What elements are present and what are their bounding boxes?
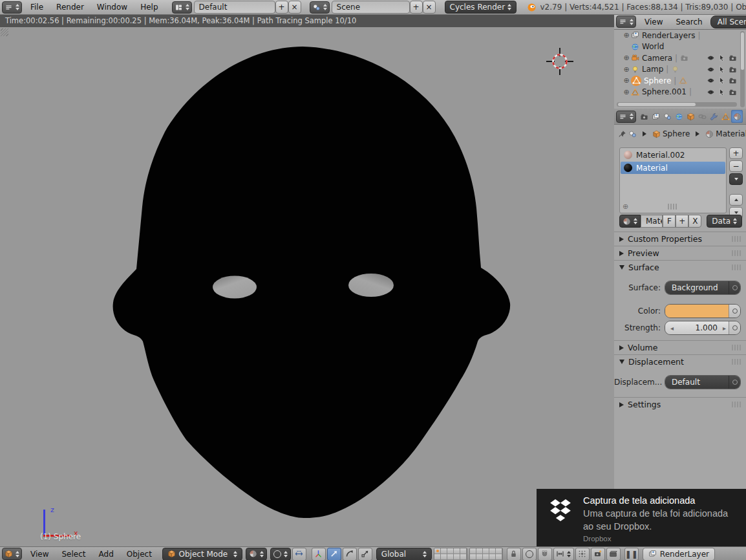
pin-icon[interactable] (618, 130, 626, 138)
visibility-eye-icon[interactable] (707, 76, 715, 85)
outliner-row-lamp[interactable]: ⊕ Lamp| (614, 64, 740, 76)
node-socket-icon[interactable] (729, 305, 740, 318)
panel-grip-icon[interactable] (732, 236, 742, 242)
outliner-row-world[interactable]: World (614, 41, 740, 53)
node-socket-icon[interactable] (729, 376, 740, 389)
transform-orientation-dropdown[interactable]: Global (376, 548, 432, 560)
list-filter-icon[interactable]: ⊕ (623, 202, 628, 211)
expand-icon[interactable]: ⊕ (622, 88, 631, 96)
pivot-point-dropdown[interactable] (270, 548, 291, 560)
visibility-eye-icon[interactable] (707, 88, 715, 96)
tab-object[interactable] (685, 110, 696, 123)
tab-material[interactable] (731, 110, 743, 123)
render-engine-dropdown[interactable]: Cycles Render (445, 1, 517, 14)
expand-icon[interactable]: ⊕ (622, 76, 631, 85)
selectability-cursor-icon[interactable] (718, 88, 726, 96)
expand-icon[interactable]: ⊕ (622, 54, 631, 62)
surface-shader-dropdown[interactable]: Background (665, 281, 741, 295)
outliner-horizontal-scrollbar[interactable] (617, 102, 737, 107)
add-layout-button[interactable]: + (275, 1, 288, 14)
editor-type-button-outliner[interactable] (616, 16, 636, 28)
manipulator-scale-button[interactable] (358, 548, 372, 560)
editor-type-button-info[interactable] (2, 1, 22, 14)
menu-help[interactable]: Help (134, 3, 164, 12)
move-slot-up-button[interactable] (729, 194, 743, 206)
panel-grip-icon[interactable] (732, 359, 742, 365)
node-socket-icon[interactable] (729, 281, 740, 294)
node-socket-icon[interactable] (729, 321, 740, 334)
panel-surface[interactable]: Surface (614, 260, 746, 274)
screen-layout-browse-button[interactable] (172, 1, 192, 14)
menu-view3d-view[interactable]: View (24, 550, 55, 559)
mode-dropdown[interactable]: Object Mode (162, 548, 242, 560)
new-material-button[interactable]: + (676, 215, 688, 228)
strength-slider[interactable]: ◂ 1.000 ▸ (665, 321, 741, 335)
panel-grip-icon[interactable] (732, 345, 742, 350)
snap-element-dropdown[interactable] (553, 548, 574, 560)
panel-volume[interactable]: Volume (614, 340, 746, 354)
panel-grip-icon[interactable] (732, 250, 742, 256)
slider-increase-icon[interactable]: ▸ (720, 325, 729, 332)
displacement-dropdown[interactable]: Default (665, 375, 741, 389)
outliner-vertical-scrollbar[interactable] (740, 31, 745, 107)
renderability-camera-icon[interactable] (729, 76, 737, 85)
menu-view3d-add[interactable]: Add (92, 550, 120, 559)
visibility-eye-icon[interactable] (707, 54, 715, 62)
opengl-render-anim-button[interactable] (606, 548, 621, 560)
opengl-render-button[interactable] (591, 548, 605, 560)
renderability-camera-icon[interactable] (729, 65, 737, 74)
menu-file[interactable]: File (24, 3, 50, 12)
outliner-row-sphere-001[interactable]: ⊕ Sphere.001| (614, 87, 740, 98)
layers-group-1[interactable] (434, 548, 467, 560)
material-slot-row[interactable]: Material.002 (621, 149, 725, 161)
fake-user-button[interactable]: F (663, 215, 676, 228)
viewport-shading-dropdown[interactable] (246, 548, 267, 560)
editor-type-button-view3d[interactable] (2, 548, 22, 560)
selectability-cursor-icon[interactable] (718, 54, 726, 62)
layer-cell-active[interactable] (434, 548, 441, 554)
menu-render[interactable]: Render (50, 3, 91, 12)
editor-type-button-properties[interactable] (616, 111, 636, 123)
outliner-row-camera[interactable]: ⊕ Camera| (614, 52, 740, 64)
slot-specials-dropdown[interactable] (729, 173, 743, 185)
render-layer-dropdown[interactable]: RenderLayer (643, 548, 715, 560)
panel-grip-icon[interactable] (732, 264, 742, 270)
material-link-dropdown[interactable]: Data (707, 215, 742, 228)
lock-to-scene-button[interactable] (507, 548, 521, 560)
browse-material-dropdown[interactable] (619, 215, 641, 228)
selectability-cursor-icon[interactable] (718, 65, 726, 74)
material-slot-row-selected[interactable]: Material (621, 162, 725, 174)
viewport-3d[interactable]: Time:00:02.56 | Remaining:00:00.25 | Mem… (0, 14, 615, 546)
add-scene-button[interactable]: + (410, 1, 423, 14)
panel-custom-properties[interactable]: Custom Properties (614, 232, 746, 246)
outliner-row-sphere[interactable]: ⊕ Sphere| (614, 75, 740, 87)
manipulator-toggle-button[interactable] (292, 548, 306, 560)
pause-render-button[interactable]: ❚❚ (624, 548, 639, 560)
menu-view3d-object[interactable]: Object (120, 550, 158, 559)
manipulator-axis-button[interactable] (312, 548, 326, 560)
scene-name-field[interactable]: Scene (332, 1, 410, 14)
menu-window[interactable]: Window (91, 3, 134, 12)
expand-icon[interactable]: ⊕ (622, 65, 631, 74)
screen-layout-name-field[interactable]: Default (194, 1, 275, 14)
manipulator-rotate-button[interactable] (343, 548, 357, 560)
material-name-field[interactable]: Materi (641, 215, 663, 228)
snap-target-button[interactable] (575, 548, 590, 560)
tab-world[interactable] (673, 110, 685, 123)
visibility-eye-icon[interactable] (707, 65, 715, 74)
delete-layout-button[interactable]: × (288, 1, 301, 14)
dropbox-notification[interactable]: Captura de tela adicionada Uma captura d… (537, 489, 746, 546)
delete-scene-button[interactable]: × (423, 1, 436, 14)
outliner-filter-dropdown[interactable]: All Scenes (710, 16, 746, 28)
renderability-camera-icon[interactable] (729, 54, 737, 62)
panel-grip-icon[interactable] (732, 402, 742, 407)
renderability-camera-icon[interactable] (729, 88, 737, 96)
proportional-edit-button[interactable] (522, 548, 537, 560)
outliner-menu-view[interactable]: View (638, 17, 669, 27)
tab-render[interactable] (638, 110, 650, 123)
tab-render-layers[interactable] (650, 110, 661, 123)
add-slot-button[interactable]: + (729, 147, 743, 159)
menu-view3d-select[interactable]: Select (55, 550, 92, 559)
panel-preview[interactable]: Preview (614, 246, 746, 260)
snap-toggle-button[interactable] (538, 548, 552, 560)
